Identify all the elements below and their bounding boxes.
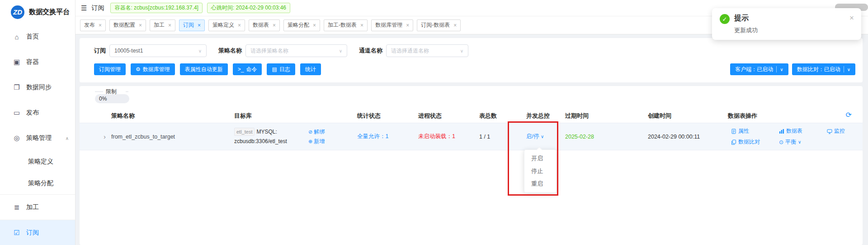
container-name-tag: 容器名: zcbus[zcbus:192.168.37.4] — [110, 3, 202, 13]
close-icon[interactable]: × — [139, 22, 142, 29]
tab-label: 订阅-数据表 — [421, 21, 450, 29]
tab-subscribe[interactable]: 订阅 × — [179, 19, 205, 31]
client-status-button[interactable]: 客户端：已启动 ∨ — [730, 63, 788, 75]
process-status-cell: 未启动装载：1 — [418, 133, 479, 140]
close-icon[interactable]: × — [849, 14, 854, 23]
tab-policy-assign[interactable]: 策略分配 × — [283, 19, 320, 31]
plus-circle-icon: ⊕ — [308, 139, 312, 144]
sidebar-item-label: 发布 — [26, 109, 39, 117]
expire-time-cell: 2025-02-28 — [565, 134, 648, 140]
op-label: 监控 — [834, 127, 845, 135]
sidebar-item-label: 加工 — [26, 203, 39, 211]
add-link[interactable]: ⊕新增 — [308, 137, 325, 146]
button-label: 统计 — [305, 66, 316, 73]
menu-item-restart[interactable]: 重启 — [524, 178, 556, 190]
channel-filter-label: 通道名称 — [359, 47, 382, 55]
header-expire-time: 过期时间 — [565, 112, 648, 120]
tab-publish[interactable]: 发布 × — [80, 19, 106, 31]
filter-row: 订阅 10005-test1 ∨ 策略名称 请选择策略名称 ∨ 通道名称 请选择… — [94, 44, 468, 57]
tab-policy-define[interactable]: 策略定义 × — [208, 19, 245, 31]
attributes-link[interactable]: 属性 — [731, 127, 779, 135]
tab-data-table[interactable]: 数据表 × — [249, 19, 280, 31]
log-button[interactable]: ▤ 日志 — [267, 63, 295, 75]
data-compare-link[interactable]: 数据比对 — [731, 138, 779, 146]
close-icon[interactable]: × — [198, 22, 201, 29]
chevron-down-icon: ∨ — [780, 67, 783, 72]
sidebar-item-data-sync[interactable]: ❐ 数据同步 — [0, 75, 75, 100]
data-table-link[interactable]: 数据表 — [779, 127, 827, 135]
header-process-status: 进程状态 — [418, 112, 479, 120]
database-manage-button[interactable]: ⚙ 数据库管理 — [131, 63, 175, 75]
menu-item-start[interactable]: 开启 — [524, 152, 556, 165]
sidebar-item-container[interactable]: ▣ 容器 — [0, 49, 75, 75]
limit-slider-tick — [126, 91, 128, 92]
target-db-cell: etl_testMYSQL: zcbusdb:3306/etl_test ⊘解绑… — [234, 127, 357, 146]
tab-label: 订阅 — [183, 21, 194, 29]
table-ops-cell: 属性 数据表 监控 数据比对 ⊙ 平衡 ∨ — [728, 127, 868, 146]
target-db-links: ⊘解绑 ⊕新增 — [308, 127, 325, 146]
row-expand-chevron-icon[interactable]: › — [80, 133, 111, 140]
log-icon: ▤ — [272, 66, 277, 72]
monitor-link[interactable]: 监控 — [827, 127, 868, 135]
close-icon[interactable]: × — [360, 22, 363, 29]
tab-database-management[interactable]: 数据库管理 × — [371, 19, 413, 31]
tab-data-config[interactable]: 数据配置 × — [109, 19, 146, 31]
close-icon[interactable]: × — [168, 22, 171, 29]
sidebar-item-label: 首页 — [26, 33, 39, 41]
sidebar-item-subscribe[interactable]: ☑ 订阅 — [0, 220, 75, 245]
close-icon[interactable]: × — [273, 22, 276, 29]
balance-dropdown[interactable]: ⊙ 平衡 ∨ — [779, 138, 827, 146]
close-icon[interactable]: × — [313, 22, 316, 29]
header-stat-status: 统计状态 — [357, 112, 418, 120]
gear-icon: ⚙ — [136, 66, 141, 72]
channel-select[interactable]: 请选择通道名称 ∨ — [386, 44, 468, 57]
limit-slider-track[interactable] — [95, 91, 103, 92]
sidebar-item-policy-management[interactable]: ◎ 策略管理 ∧ — [0, 125, 75, 151]
close-icon[interactable]: × — [238, 22, 241, 29]
action-button-row: 订阅管理 ⚙ 数据库管理 表属性自动更新 >_ 命令 ▤ 日志 统计 — [94, 63, 321, 75]
policy-select-placeholder: 请选择策略名称 — [250, 47, 288, 55]
subscribe-icon: ☑ — [13, 229, 21, 237]
subscribe-manage-button[interactable]: 订阅管理 — [94, 63, 126, 75]
tab-process-data-table[interactable]: 加工-数据表 × — [324, 19, 368, 31]
success-check-icon: ✓ — [720, 14, 730, 24]
balance-icon: ⊙ — [779, 139, 783, 145]
create-time-cell: 2024-02-29 00:00:11 — [648, 134, 728, 140]
tab-label: 数据表 — [253, 21, 269, 29]
subscribe-filter-label: 订阅 — [94, 47, 106, 55]
sidebar-item-policy-define[interactable]: 策略定义 — [0, 151, 75, 173]
collapse-menu-icon[interactable]: ☰ — [81, 4, 87, 12]
close-icon[interactable]: × — [453, 22, 457, 29]
tab-process[interactable]: 加工 × — [150, 19, 175, 31]
policy-select[interactable]: 请选择策略名称 ∨ — [245, 44, 347, 57]
stat-status-cell[interactable]: 全量允许：1 — [357, 133, 418, 140]
concurrency-control-dropdown[interactable]: 启/停 ∨ — [526, 133, 565, 140]
command-button[interactable]: >_ 命令 — [233, 63, 262, 75]
sidebar-item-label: 策略定义 — [28, 158, 53, 166]
data-compare-status-button[interactable]: 数据比对：已启动 ∨ — [792, 63, 855, 75]
close-icon[interactable]: × — [406, 22, 409, 29]
policy-table-card: 限制 0% ⟳ 策略名称 目标库 统计状态 进程状态 表总数 并发总控 过期时间… — [80, 86, 863, 245]
sidebar-item-home[interactable]: ⌂ 首页 — [0, 24, 75, 49]
tab-label: 发布 — [84, 21, 95, 29]
sidebar-item-policy-assign[interactable]: 策略分配 — [0, 173, 75, 194]
tab-label: 策略分配 — [288, 21, 309, 29]
stats-button[interactable]: 统计 — [300, 63, 321, 75]
subscribe-select[interactable]: 10005-test1 ∨ — [109, 44, 207, 57]
sidebar-item-label: 策略管理 — [26, 134, 52, 142]
policy-name-cell: from_etl_zcbus_to_target — [111, 134, 234, 140]
tab-label: 加工 — [154, 21, 165, 29]
menu-item-stop[interactable]: 停止 — [524, 165, 556, 178]
target-db-info: etl_testMYSQL: zcbusdb:3306/etl_test — [234, 127, 308, 146]
success-toast: ✓ 提示 更新成功 × — [712, 8, 861, 40]
sidebar-item-process[interactable]: ≣ 加工 — [0, 194, 75, 220]
sidebar-item-publish[interactable]: ▭ 发布 — [0, 100, 75, 125]
chevron-down-icon: ∨ — [460, 48, 463, 53]
policy-filter-label: 策略名称 — [218, 47, 242, 55]
tab-subscribe-data-table[interactable]: 订阅-数据表 × — [417, 19, 461, 31]
table-attr-auto-update-button[interactable]: 表属性自动更新 — [180, 63, 228, 75]
unbind-link[interactable]: ⊘解绑 — [308, 127, 325, 137]
filter-card: 订阅 10005-test1 ∨ 策略名称 请选择策略名称 ∨ 通道名称 请选择… — [80, 38, 863, 82]
subscribe-select-value: 10005-test1 — [114, 48, 143, 54]
close-icon[interactable]: × — [99, 22, 102, 29]
